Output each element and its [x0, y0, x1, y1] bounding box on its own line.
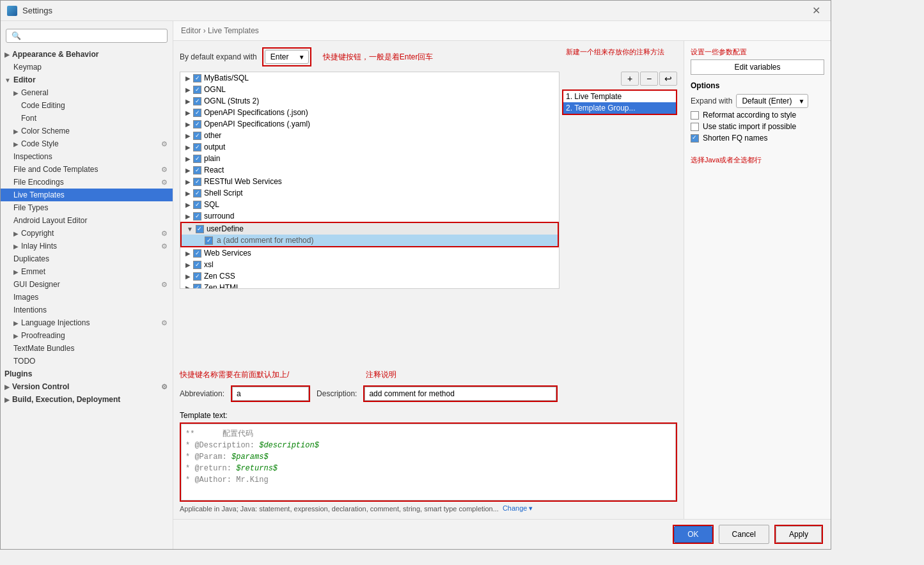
edit-variables-button[interactable]: Edit variables [691, 59, 824, 75]
sidebar-item-inspections[interactable]: Inspections [1, 150, 173, 163]
apply-button[interactable]: Apply [776, 526, 822, 543]
sidebar-item-general[interactable]: ▶ General [1, 86, 173, 99]
expand-icon: ▶ [185, 201, 191, 208]
userdefine-wrapper: ▼ userDefine a (add comment for method) [180, 222, 559, 247]
sidebar-item-android-layout[interactable]: Android Layout Editor [1, 214, 173, 227]
group-ognl[interactable]: ▶ OGNL [180, 84, 559, 95]
checkbox-other[interactable] [193, 132, 201, 140]
sidebar-item-emmet[interactable]: ▶ Emmet [1, 265, 173, 278]
ok-button[interactable]: OK [674, 526, 712, 543]
remove-button[interactable]: − [640, 72, 658, 86]
expand-with-opt-select[interactable]: Default (Enter) Enter Tab Space [736, 94, 808, 108]
templates-area: ▶ MyBatis/SQL ▶ OGNL ▶ [180, 72, 677, 364]
group-react[interactable]: ▶ React [180, 164, 559, 176]
template-editor[interactable]: ** 配置代码 * @Description: $description$ * … [181, 424, 676, 500]
group-userdefine[interactable]: ▼ userDefine [182, 223, 558, 235]
sidebar-item-code-style[interactable]: ▶ Code Style ⚙ [1, 137, 173, 150]
group-surround[interactable]: ▶ surround [180, 210, 559, 222]
sidebar-label: Live Templates [13, 190, 65, 199]
checkbox-plain[interactable] [193, 155, 201, 163]
checkbox-mybatis[interactable] [193, 74, 201, 82]
sidebar-item-copyright[interactable]: ▶ Copyright ⚙ [1, 227, 173, 240]
static-import-label: Use static import if possible [703, 122, 796, 131]
checkbox-ognl[interactable] [193, 86, 201, 94]
sidebar-item-images[interactable]: Images [1, 291, 173, 304]
group-web-services[interactable]: ▶ Web Services [180, 247, 559, 259]
sidebar-item-inlay-hints[interactable]: ▶ Inlay Hints ⚙ [1, 240, 173, 252]
sidebar-item-gui-designer[interactable]: GUI Designer ⚙ [1, 278, 173, 291]
expand-select[interactable]: Enter Tab Space [265, 50, 309, 64]
checkbox-restful[interactable] [193, 178, 201, 186]
undo-button[interactable]: ↩ [659, 72, 677, 86]
sidebar-item-build[interactable]: ▶ Build, Execution, Deployment [1, 393, 173, 406]
checkbox-openapi-json[interactable] [193, 109, 201, 117]
close-button[interactable]: ✕ [808, 3, 824, 18]
sidebar-item-color-scheme[interactable]: ▶ Color Scheme [1, 125, 173, 137]
abbreviation-input[interactable] [232, 387, 309, 401]
expand-icon: ▶ [4, 383, 10, 391]
group-openapi-yaml[interactable]: ▶ OpenAPI Specifications (.yaml) [180, 118, 559, 130]
sidebar-item-editor[interactable]: ▼ Editor [1, 74, 173, 86]
group-xsl[interactable]: ▶ xsl [180, 259, 559, 270]
sidebar-item-file-code-templates[interactable]: File and Code Templates ⚙ [1, 163, 173, 176]
item-type-list: 1. Live Template 2. Template Group... [562, 89, 677, 115]
group-ognl-struts[interactable]: ▶ OGNL (Struts 2) [180, 95, 559, 107]
group-output[interactable]: ▶ output [180, 141, 559, 153]
group-sql[interactable]: ▶ SQL [180, 199, 559, 210]
search-input[interactable] [6, 29, 168, 43]
sidebar-item-file-types[interactable]: File Types [1, 201, 173, 214]
checkbox-surround[interactable] [193, 212, 201, 221]
group-zen-html[interactable]: ▶ Zen HTML [180, 282, 559, 289]
checkbox-zen-css[interactable] [193, 272, 201, 281]
checkbox-output[interactable] [193, 143, 201, 151]
checkbox-web[interactable] [193, 249, 201, 258]
group-restful[interactable]: ▶ RESTful Web Services [180, 176, 559, 187]
sidebar-item-language-injections[interactable]: ▶ Language Injections ⚙ [1, 316, 173, 329]
list-item-template-group[interactable]: 2. Template Group... [563, 102, 676, 114]
template-text-section: Template text: ** 配置代码 * @Description: $… [180, 411, 677, 513]
sidebar-item-file-encodings[interactable]: File Encodings ⚙ [1, 176, 173, 189]
cancel-button[interactable]: Cancel [719, 525, 769, 544]
static-import-checkbox[interactable] [691, 123, 699, 131]
sidebar-item-code-editing[interactable]: Code Editing [1, 99, 173, 112]
sidebar-item-proofreading[interactable]: ▶ Proofreading [1, 329, 173, 342]
reformat-checkbox[interactable] [691, 111, 699, 120]
description-input[interactable] [364, 387, 556, 401]
window-title: Settings [22, 6, 52, 15]
search-box[interactable] [6, 29, 168, 43]
expand-with-wrapper: Enter Tab Space ▼ [262, 47, 311, 66]
checkbox-ognl-struts[interactable] [193, 97, 201, 105]
checkbox-userdefine[interactable] [196, 225, 204, 233]
group-plain[interactable]: ▶ plain [180, 153, 559, 164]
sidebar-item-version-control[interactable]: ▶ Version Control ⚙ [1, 380, 173, 393]
sidebar-item-duplicates[interactable]: Duplicates [1, 252, 173, 265]
group-other[interactable]: ▶ other [180, 130, 559, 141]
apply-wrapper: Apply [774, 525, 823, 544]
add-button[interactable]: + [621, 72, 639, 86]
checkbox-zen-html[interactable] [193, 284, 201, 290]
sidebar-item-keymap[interactable]: Keymap [1, 61, 173, 74]
group-shell[interactable]: ▶ Shell Script [180, 187, 559, 199]
sidebar-item-appearance[interactable]: ▶ Appearance & Behavior [1, 48, 173, 61]
change-link[interactable]: Change ▾ [503, 504, 533, 513]
checkbox-sql[interactable] [193, 201, 201, 209]
sidebar-item-intentions[interactable]: Intentions [1, 304, 173, 316]
checkbox-openapi-yaml[interactable] [193, 120, 201, 128]
sidebar-item-textmate[interactable]: TextMate Bundles [1, 342, 173, 355]
group-zen-css[interactable]: ▶ Zen CSS [180, 270, 559, 282]
group-label: OGNL (Struts 2) [204, 97, 259, 105]
dialog-body: ▶ Appearance & Behavior Keymap ▼ Editor … [1, 21, 831, 549]
sidebar-item-live-templates[interactable]: Live Templates [1, 189, 173, 201]
sidebar-item-todo[interactable]: TODO [1, 355, 173, 368]
shorten-eq-checkbox[interactable] [691, 134, 699, 143]
checkbox-a[interactable] [205, 236, 213, 245]
checkbox-react[interactable] [193, 166, 201, 174]
checkbox-shell[interactable] [193, 189, 201, 197]
list-item-live-template[interactable]: 1. Live Template [563, 91, 676, 102]
template-item-a[interactable]: a (add comment for method) [182, 235, 558, 246]
sidebar-item-plugins[interactable]: Plugins [1, 368, 173, 380]
checkbox-xsl[interactable] [193, 261, 201, 269]
group-openapi-json[interactable]: ▶ OpenAPI Specifications (.json) [180, 107, 559, 118]
group-mybatis[interactable]: ▶ MyBatis/SQL [180, 72, 559, 84]
sidebar-item-font[interactable]: Font [1, 112, 173, 125]
